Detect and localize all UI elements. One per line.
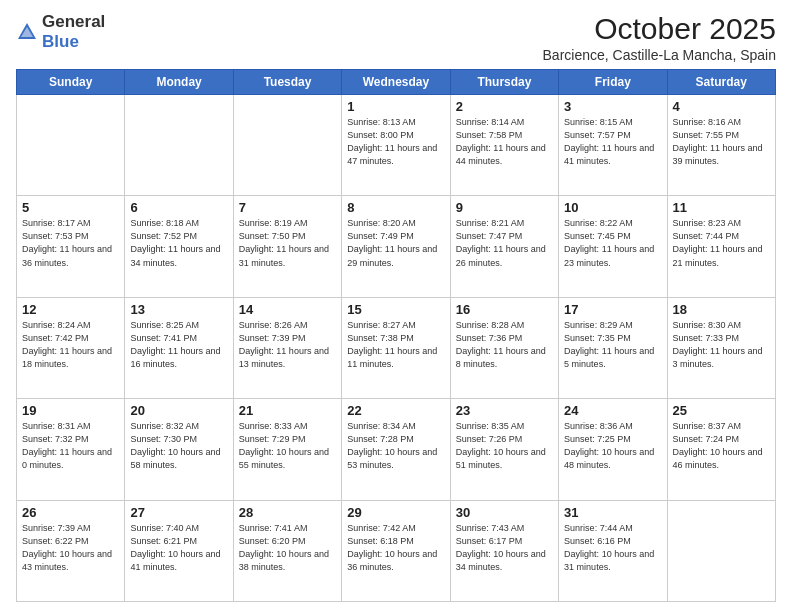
day-info: Sunrise: 8:22 AMSunset: 7:45 PMDaylight:… (564, 217, 661, 269)
day-number: 25 (673, 403, 770, 418)
day-number: 31 (564, 505, 661, 520)
weekday-header-cell: Wednesday (342, 70, 450, 95)
day-number: 14 (239, 302, 336, 317)
calendar-cell: 11Sunrise: 8:23 AMSunset: 7:44 PMDayligh… (667, 196, 775, 297)
day-number: 4 (673, 99, 770, 114)
day-info: Sunrise: 8:29 AMSunset: 7:35 PMDaylight:… (564, 319, 661, 371)
weekday-header-cell: Saturday (667, 70, 775, 95)
day-info: Sunrise: 8:16 AMSunset: 7:55 PMDaylight:… (673, 116, 770, 168)
calendar-cell: 22Sunrise: 8:34 AMSunset: 7:28 PMDayligh… (342, 399, 450, 500)
calendar-week-row: 19Sunrise: 8:31 AMSunset: 7:32 PMDayligh… (17, 399, 776, 500)
day-number: 2 (456, 99, 553, 114)
day-number: 21 (239, 403, 336, 418)
day-info: Sunrise: 7:41 AMSunset: 6:20 PMDaylight:… (239, 522, 336, 574)
calendar-cell: 14Sunrise: 8:26 AMSunset: 7:39 PMDayligh… (233, 297, 341, 398)
calendar-cell: 1Sunrise: 8:13 AMSunset: 8:00 PMDaylight… (342, 95, 450, 196)
day-info: Sunrise: 8:27 AMSunset: 7:38 PMDaylight:… (347, 319, 444, 371)
day-number: 19 (22, 403, 119, 418)
day-number: 12 (22, 302, 119, 317)
calendar-body: 1Sunrise: 8:13 AMSunset: 8:00 PMDaylight… (17, 95, 776, 602)
day-number: 13 (130, 302, 227, 317)
day-number: 24 (564, 403, 661, 418)
day-number: 10 (564, 200, 661, 215)
calendar-cell: 9Sunrise: 8:21 AMSunset: 7:47 PMDaylight… (450, 196, 558, 297)
calendar-cell: 31Sunrise: 7:44 AMSunset: 6:16 PMDayligh… (559, 500, 667, 601)
day-number: 29 (347, 505, 444, 520)
calendar-cell: 21Sunrise: 8:33 AMSunset: 7:29 PMDayligh… (233, 399, 341, 500)
day-info: Sunrise: 8:37 AMSunset: 7:24 PMDaylight:… (673, 420, 770, 472)
day-info: Sunrise: 8:33 AMSunset: 7:29 PMDaylight:… (239, 420, 336, 472)
calendar-cell (17, 95, 125, 196)
calendar-cell: 12Sunrise: 8:24 AMSunset: 7:42 PMDayligh… (17, 297, 125, 398)
logo: General Blue (16, 12, 105, 51)
weekday-header-cell: Tuesday (233, 70, 341, 95)
calendar-cell: 23Sunrise: 8:35 AMSunset: 7:26 PMDayligh… (450, 399, 558, 500)
day-info: Sunrise: 8:20 AMSunset: 7:49 PMDaylight:… (347, 217, 444, 269)
day-info: Sunrise: 8:30 AMSunset: 7:33 PMDaylight:… (673, 319, 770, 371)
day-number: 8 (347, 200, 444, 215)
weekday-header-cell: Thursday (450, 70, 558, 95)
day-info: Sunrise: 8:21 AMSunset: 7:47 PMDaylight:… (456, 217, 553, 269)
calendar-cell: 24Sunrise: 8:36 AMSunset: 7:25 PMDayligh… (559, 399, 667, 500)
day-info: Sunrise: 8:19 AMSunset: 7:50 PMDaylight:… (239, 217, 336, 269)
logo-icon (16, 21, 38, 43)
calendar-cell: 3Sunrise: 8:15 AMSunset: 7:57 PMDaylight… (559, 95, 667, 196)
calendar-cell: 18Sunrise: 8:30 AMSunset: 7:33 PMDayligh… (667, 297, 775, 398)
calendar-cell: 13Sunrise: 8:25 AMSunset: 7:41 PMDayligh… (125, 297, 233, 398)
day-info: Sunrise: 8:32 AMSunset: 7:30 PMDaylight:… (130, 420, 227, 472)
day-number: 30 (456, 505, 553, 520)
calendar-cell: 6Sunrise: 8:18 AMSunset: 7:52 PMDaylight… (125, 196, 233, 297)
day-info: Sunrise: 7:40 AMSunset: 6:21 PMDaylight:… (130, 522, 227, 574)
day-info: Sunrise: 8:23 AMSunset: 7:44 PMDaylight:… (673, 217, 770, 269)
calendar-cell: 15Sunrise: 8:27 AMSunset: 7:38 PMDayligh… (342, 297, 450, 398)
day-info: Sunrise: 8:31 AMSunset: 7:32 PMDaylight:… (22, 420, 119, 472)
day-info: Sunrise: 7:39 AMSunset: 6:22 PMDaylight:… (22, 522, 119, 574)
day-number: 16 (456, 302, 553, 317)
calendar-cell: 7Sunrise: 8:19 AMSunset: 7:50 PMDaylight… (233, 196, 341, 297)
day-number: 7 (239, 200, 336, 215)
day-number: 26 (22, 505, 119, 520)
calendar-page: General Blue October 2025 Barcience, Cas… (0, 0, 792, 612)
day-info: Sunrise: 8:15 AMSunset: 7:57 PMDaylight:… (564, 116, 661, 168)
day-info: Sunrise: 8:18 AMSunset: 7:52 PMDaylight:… (130, 217, 227, 269)
calendar-table: SundayMondayTuesdayWednesdayThursdayFrid… (16, 69, 776, 602)
calendar-cell: 26Sunrise: 7:39 AMSunset: 6:22 PMDayligh… (17, 500, 125, 601)
day-number: 20 (130, 403, 227, 418)
calendar-cell: 30Sunrise: 7:43 AMSunset: 6:17 PMDayligh… (450, 500, 558, 601)
day-number: 9 (456, 200, 553, 215)
calendar-cell (667, 500, 775, 601)
calendar-cell: 29Sunrise: 7:42 AMSunset: 6:18 PMDayligh… (342, 500, 450, 601)
day-info: Sunrise: 7:42 AMSunset: 6:18 PMDaylight:… (347, 522, 444, 574)
logo-general-text: General (42, 12, 105, 31)
day-info: Sunrise: 8:24 AMSunset: 7:42 PMDaylight:… (22, 319, 119, 371)
calendar-cell: 4Sunrise: 8:16 AMSunset: 7:55 PMDaylight… (667, 95, 775, 196)
calendar-week-row: 26Sunrise: 7:39 AMSunset: 6:22 PMDayligh… (17, 500, 776, 601)
day-info: Sunrise: 8:26 AMSunset: 7:39 PMDaylight:… (239, 319, 336, 371)
weekday-header-cell: Friday (559, 70, 667, 95)
calendar-cell: 27Sunrise: 7:40 AMSunset: 6:21 PMDayligh… (125, 500, 233, 601)
day-number: 15 (347, 302, 444, 317)
day-info: Sunrise: 8:13 AMSunset: 8:00 PMDaylight:… (347, 116, 444, 168)
calendar-cell: 8Sunrise: 8:20 AMSunset: 7:49 PMDaylight… (342, 196, 450, 297)
weekday-header-cell: Sunday (17, 70, 125, 95)
day-info: Sunrise: 8:25 AMSunset: 7:41 PMDaylight:… (130, 319, 227, 371)
calendar-cell (233, 95, 341, 196)
day-number: 11 (673, 200, 770, 215)
calendar-cell: 2Sunrise: 8:14 AMSunset: 7:58 PMDaylight… (450, 95, 558, 196)
day-info: Sunrise: 7:44 AMSunset: 6:16 PMDaylight:… (564, 522, 661, 574)
day-info: Sunrise: 8:17 AMSunset: 7:53 PMDaylight:… (22, 217, 119, 269)
calendar-cell: 25Sunrise: 8:37 AMSunset: 7:24 PMDayligh… (667, 399, 775, 500)
day-info: Sunrise: 8:14 AMSunset: 7:58 PMDaylight:… (456, 116, 553, 168)
calendar-week-row: 12Sunrise: 8:24 AMSunset: 7:42 PMDayligh… (17, 297, 776, 398)
calendar-cell: 20Sunrise: 8:32 AMSunset: 7:30 PMDayligh… (125, 399, 233, 500)
calendar-cell: 19Sunrise: 8:31 AMSunset: 7:32 PMDayligh… (17, 399, 125, 500)
day-number: 23 (456, 403, 553, 418)
day-info: Sunrise: 8:35 AMSunset: 7:26 PMDaylight:… (456, 420, 553, 472)
calendar-week-row: 5Sunrise: 8:17 AMSunset: 7:53 PMDaylight… (17, 196, 776, 297)
logo-blue-text: Blue (42, 32, 79, 51)
calendar-cell: 17Sunrise: 8:29 AMSunset: 7:35 PMDayligh… (559, 297, 667, 398)
calendar-cell: 5Sunrise: 8:17 AMSunset: 7:53 PMDaylight… (17, 196, 125, 297)
calendar-cell: 16Sunrise: 8:28 AMSunset: 7:36 PMDayligh… (450, 297, 558, 398)
calendar-cell: 10Sunrise: 8:22 AMSunset: 7:45 PMDayligh… (559, 196, 667, 297)
calendar-cell (125, 95, 233, 196)
